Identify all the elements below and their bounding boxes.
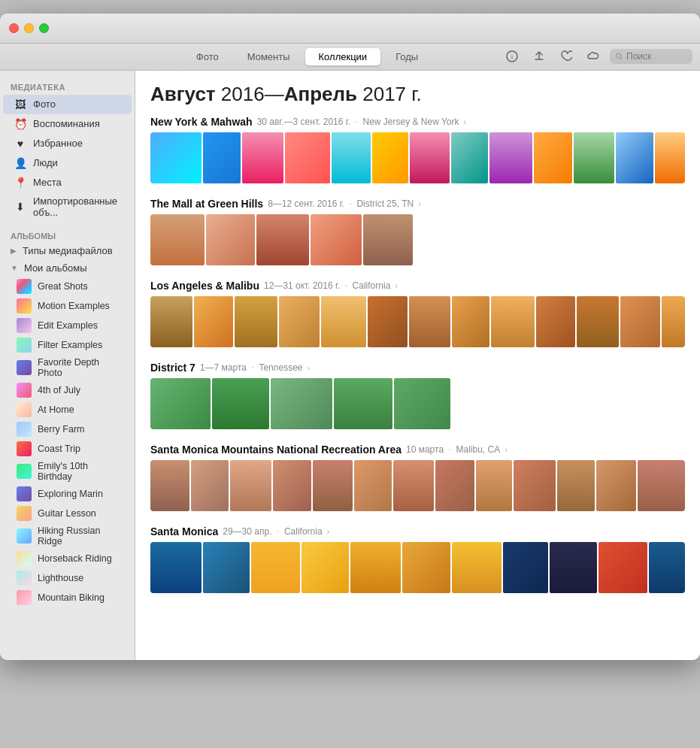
album-item-exploring-marin[interactable]: Exploring Marin	[0, 484, 135, 504]
photo-smc-6[interactable]	[402, 542, 450, 593]
photo-d7-3[interactable]	[271, 378, 332, 429]
photo-smc-2[interactable]	[203, 542, 250, 593]
sidebar-item-favorites[interactable]: ♥ Избранное	[3, 134, 132, 153]
photo-nyc-9[interactable]	[489, 132, 532, 183]
section-district7-arrow[interactable]: ›	[307, 363, 310, 372]
photo-smc-9[interactable]	[550, 542, 597, 593]
section-santa-mtn-name[interactable]: Santa Monica Mountains National Recreati…	[150, 444, 402, 456]
photo-la-12[interactable]	[620, 296, 660, 347]
section-mall-arrow[interactable]: ›	[418, 199, 421, 208]
photo-la-1[interactable]	[150, 296, 192, 347]
photo-sm-9[interactable]	[476, 460, 512, 511]
sidebar-item-memories[interactable]: ⏰ Воспоминания	[3, 114, 132, 134]
photo-smc-5[interactable]	[350, 542, 401, 593]
photo-sm-2[interactable]	[191, 460, 229, 511]
info-button[interactable]: i	[502, 46, 523, 67]
photo-nyc-2[interactable]	[203, 132, 241, 183]
photo-nyc-13[interactable]	[655, 132, 685, 183]
tab-collections[interactable]: Коллекции	[305, 48, 381, 65]
photo-sm-6[interactable]	[354, 460, 392, 511]
photo-smc-8[interactable]	[503, 542, 548, 593]
photo-la-5[interactable]	[321, 296, 366, 347]
album-item-mountain-biking[interactable]: Mountain Biking	[0, 588, 135, 607]
sidebar-item-media-types[interactable]: ▶ Типы медиафайлов	[3, 242, 132, 259]
photo-nyc-6[interactable]	[372, 132, 408, 183]
photo-mall-2[interactable]	[206, 214, 255, 265]
photo-sm-7[interactable]	[393, 460, 434, 511]
album-item-emilys[interactable]: Emily's 10th Birthday	[0, 459, 135, 484]
maximize-button[interactable]	[39, 23, 49, 33]
section-district7-name[interactable]: District 7	[150, 362, 195, 374]
photo-smc-4[interactable]	[302, 542, 349, 593]
photo-smc-1[interactable]	[150, 542, 202, 593]
album-item-edit-examples[interactable]: Edit Examples	[0, 316, 135, 335]
photo-nyc-11[interactable]	[574, 132, 614, 183]
minimize-button[interactable]	[24, 23, 34, 33]
tab-moments[interactable]: Моменты	[234, 48, 304, 65]
photo-mall-1[interactable]	[150, 214, 205, 265]
photo-la-2[interactable]	[194, 296, 233, 347]
photo-sm-8[interactable]	[435, 460, 474, 511]
photo-nyc-1[interactable]	[150, 132, 202, 183]
photo-la-3[interactable]	[235, 296, 277, 347]
photo-d7-4[interactable]	[334, 378, 392, 429]
sidebar-item-people[interactable]: 👤 Люди	[3, 153, 132, 173]
photo-la-11[interactable]	[577, 296, 619, 347]
photo-d7-2[interactable]	[212, 378, 269, 429]
tab-photos[interactable]: Фото	[183, 48, 232, 65]
photo-nyc-10[interactable]	[534, 132, 572, 183]
sidebar-item-my-albums[interactable]: ▼ Мои альбомы	[3, 259, 132, 277]
album-item-great-shots[interactable]: Great Shots	[0, 277, 135, 296]
photo-sm-last[interactable]	[638, 460, 685, 511]
photo-nyc-3[interactable]	[242, 132, 283, 183]
photo-la-6[interactable]	[368, 296, 408, 347]
album-item-hiking[interactable]: Hiking Russian Ridge	[0, 523, 135, 549]
photo-nyc-8[interactable]	[451, 132, 488, 183]
sidebar-item-places[interactable]: 📍 Места	[3, 173, 132, 192]
photo-smc-10[interactable]	[598, 542, 647, 593]
photo-la-7[interactable]	[409, 296, 450, 347]
photo-mall-4[interactable]	[311, 214, 362, 265]
album-item-at-home[interactable]: At Home	[0, 400, 135, 419]
photo-la-9[interactable]	[491, 296, 535, 347]
section-santa-monica-name[interactable]: Santa Monica	[150, 525, 218, 538]
photo-nyc-5[interactable]	[332, 132, 371, 183]
section-la-name[interactable]: Los Angeles & Malibu	[150, 280, 259, 292]
album-item-lighthouse[interactable]: Lighthouse	[0, 568, 135, 588]
album-item-4th-july[interactable]: 4th of July	[0, 380, 135, 400]
album-item-berry-farm[interactable]: Berry Farm	[0, 419, 135, 439]
section-santa-monica-arrow[interactable]: ›	[327, 527, 330, 536]
photo-sm-10[interactable]	[514, 460, 556, 511]
album-item-favorite-depth[interactable]: Favorite Depth Photo	[0, 355, 135, 380]
album-item-horseback[interactable]: Horseback Riding	[0, 549, 135, 568]
photo-la-last[interactable]	[662, 296, 685, 347]
photo-sm-3[interactable]	[230, 460, 271, 511]
favorite-button[interactable]	[556, 46, 577, 67]
tab-years[interactable]: Годы	[382, 48, 432, 65]
photo-sm-4[interactable]	[273, 460, 311, 511]
section-la-arrow[interactable]: ›	[395, 281, 398, 290]
icloud-button[interactable]	[583, 46, 604, 67]
photo-sm-1[interactable]	[150, 460, 189, 511]
photo-mall-5[interactable]	[363, 214, 413, 265]
section-mall-name[interactable]: The Mall at Green Hills	[150, 198, 263, 210]
search-box[interactable]	[610, 49, 692, 64]
search-input[interactable]	[626, 51, 686, 62]
photo-la-8[interactable]	[452, 296, 489, 347]
photo-smc-11[interactable]	[649, 542, 685, 593]
photo-smc-3[interactable]	[251, 542, 300, 593]
sidebar-item-photos[interactable]: 🖼 Фото	[3, 95, 132, 114]
photo-sm-5[interactable]	[313, 460, 353, 511]
photo-nyc-12[interactable]	[616, 132, 653, 183]
section-nyc-arrow[interactable]: ›	[464, 117, 467, 126]
share-button[interactable]	[529, 46, 550, 67]
section-nyc-name[interactable]: New York & Mahwah	[150, 116, 253, 128]
album-item-guitar[interactable]: Guitar Lesson	[0, 504, 135, 523]
photo-d7-5[interactable]	[394, 378, 450, 429]
close-button[interactable]	[9, 23, 19, 33]
album-item-motion-examples[interactable]: Motion Examples	[0, 296, 135, 316]
photo-d7-1[interactable]	[150, 378, 211, 429]
photo-smc-7[interactable]	[452, 542, 502, 593]
photo-sm-12[interactable]	[596, 460, 636, 511]
photo-nyc-7[interactable]	[410, 132, 450, 183]
